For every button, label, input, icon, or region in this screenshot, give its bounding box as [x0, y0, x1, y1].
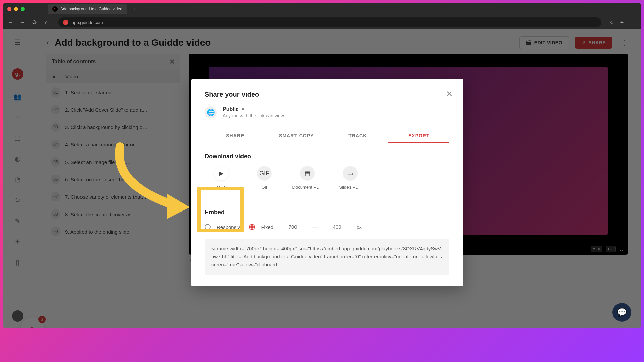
- close-icon[interactable]: ✕: [446, 89, 453, 99]
- visibility-row[interactable]: 🌐 Public▼ Anyone with the link can view: [205, 106, 449, 118]
- share-modal: Share your video ✕ 🌐 Public▼ Anyone with…: [191, 79, 463, 286]
- titlebar: g. Add background to a Guidde video +: [3, 3, 641, 15]
- reload-icon[interactable]: ⟳: [31, 19, 38, 26]
- tab-export[interactable]: EXPORT: [388, 128, 450, 143]
- chevron-down-icon: ▼: [241, 107, 245, 112]
- tab-title: Add background to a Guidde video: [60, 7, 122, 11]
- download-heading: Download video: [205, 153, 449, 160]
- globe-icon: 🌐: [205, 106, 217, 118]
- favicon-icon: g.: [52, 6, 58, 12]
- download-doc-pdf-button[interactable]: ▤ Document PDF: [290, 166, 324, 190]
- tab-smart-copy[interactable]: SMART COPY: [266, 128, 327, 143]
- star-icon[interactable]: ☆: [609, 19, 614, 26]
- height-input[interactable]: [324, 223, 351, 231]
- home-icon[interactable]: ⌂: [43, 19, 50, 26]
- close-window-icon[interactable]: [7, 7, 11, 11]
- download-gif-button[interactable]: GIF Gif: [248, 166, 281, 190]
- fixed-radio[interactable]: [249, 224, 255, 230]
- minimize-window-icon[interactable]: [14, 7, 18, 11]
- download-slides-pdf-button[interactable]: ▭ Slides PDF: [333, 166, 367, 190]
- modal-title: Share your video: [205, 90, 449, 98]
- highlight-box: [197, 187, 244, 232]
- tab-track[interactable]: TRACK: [327, 128, 388, 143]
- chat-widget-icon[interactable]: 💬: [612, 303, 631, 322]
- slides-icon: ▭: [343, 166, 358, 181]
- url-text: app.guidde.com: [72, 20, 103, 25]
- back-icon[interactable]: ←: [7, 19, 14, 26]
- url-bar[interactable]: g app.guidde.com: [58, 17, 601, 27]
- width-input[interactable]: [279, 223, 306, 231]
- browser-window: g. Add background to a Guidde video + ← …: [3, 3, 641, 328]
- modal-tabs: SHARE SMART COPY TRACK EXPORT: [205, 128, 449, 143]
- download-mp4-button[interactable]: ▶ MP4: [205, 166, 238, 190]
- browser-tab[interactable]: g. Add background to a Guidde video: [48, 4, 127, 14]
- browser-toolbar: ← → ⟳ ⌂ g app.guidde.com ☆ ✦ ⋮: [3, 15, 641, 29]
- tab-share[interactable]: SHARE: [205, 128, 266, 143]
- browser-menu-icon[interactable]: ⋮: [629, 19, 635, 26]
- maximize-window-icon[interactable]: [21, 7, 25, 11]
- document-icon: ▤: [300, 166, 315, 181]
- site-icon: g: [63, 20, 68, 25]
- annotation-arrow-icon: [100, 140, 201, 227]
- extensions-icon[interactable]: ✦: [620, 19, 624, 26]
- gif-icon: GIF: [257, 166, 272, 181]
- play-file-icon: ▶: [214, 166, 229, 181]
- embed-code[interactable]: <iframe width="700px" height="400px" src…: [205, 239, 449, 275]
- new-tab-button[interactable]: +: [133, 6, 136, 12]
- page-content: ☰ g. 👥 ⌂ ▢ ◐ ◔ ↻ ✎ ✦ ▯ g. 3 ‹ Add backgr…: [3, 29, 641, 328]
- forward-icon[interactable]: →: [19, 19, 26, 26]
